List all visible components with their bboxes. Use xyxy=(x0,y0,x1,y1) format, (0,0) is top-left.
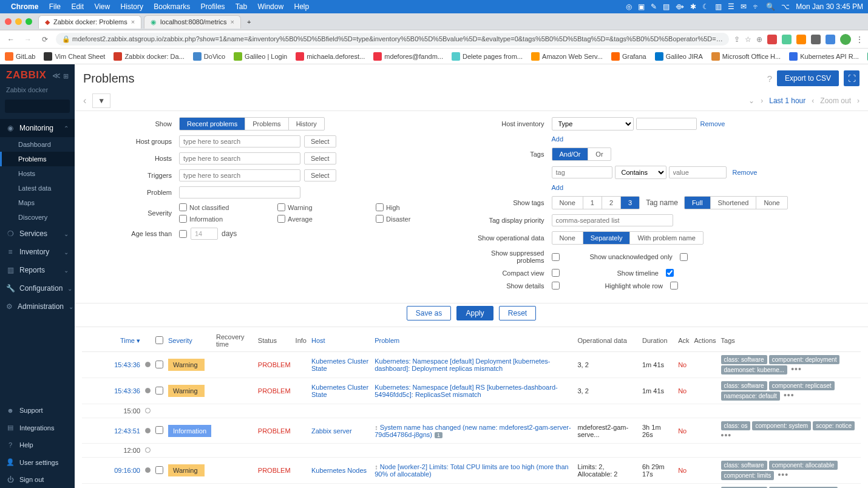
tray-icon[interactable]: ◎ xyxy=(626,2,632,11)
problem-link[interactable]: Kubernetes: Namespace [default] Deployme… xyxy=(375,358,550,372)
tray-icon[interactable]: ᯤ xyxy=(753,2,760,11)
ack-link[interactable]: No xyxy=(678,427,687,435)
export-csv-button[interactable]: Export to CSV xyxy=(777,70,839,86)
window-max[interactable] xyxy=(25,18,32,25)
bookmark[interactable]: Microsoft Office H... xyxy=(711,52,781,61)
more-icon[interactable]: ••• xyxy=(721,430,732,440)
age-input[interactable] xyxy=(191,228,218,240)
sidebar-section-reports[interactable]: ▥Reports⌄ xyxy=(0,261,75,279)
tray-icon[interactable]: ⌥ xyxy=(781,2,790,11)
sidebar-section-services[interactable]: ❍Services⌄ xyxy=(0,225,75,243)
sidebar-section-administration[interactable]: ⚙Administration⌄ xyxy=(0,297,75,316)
sidebar-signout[interactable]: ⏻Sign out xyxy=(0,471,75,488)
col-host[interactable]: Host xyxy=(309,330,372,352)
tag-add[interactable]: Add xyxy=(552,184,564,191)
tag-chip[interactable]: scope: notice xyxy=(813,421,855,430)
install-icon[interactable]: ⊕ xyxy=(756,35,762,44)
tag-chip[interactable]: component: replicaset xyxy=(769,381,835,390)
browser-tab[interactable]: ◉localhost:8080/metrics× xyxy=(144,15,241,29)
tag-operator[interactable]: Contains xyxy=(615,166,666,179)
profile-avatar[interactable] xyxy=(840,34,851,45)
more-icon[interactable]: ••• xyxy=(791,364,802,374)
tray-icon[interactable]: ▥ xyxy=(715,2,722,11)
row-checkbox[interactable] xyxy=(155,426,163,434)
mac-app-name[interactable]: Chrome xyxy=(11,2,38,11)
reload-button[interactable]: ⟳ xyxy=(39,35,51,44)
unack-checkbox[interactable] xyxy=(680,253,688,261)
tray-icon[interactable]: ✱ xyxy=(690,2,696,11)
tag-chip[interactable]: component: system xyxy=(752,421,811,430)
col-problem[interactable]: Problem xyxy=(372,330,575,352)
apply-button[interactable]: Apply xyxy=(456,306,493,320)
bookmark[interactable]: Vim Cheat Sheet xyxy=(44,52,105,61)
extension-icon[interactable] xyxy=(782,35,792,44)
extension-icon[interactable] xyxy=(811,35,821,44)
bookmark[interactable]: Galileo JIRA xyxy=(655,52,703,61)
message-badge[interactable]: 1 xyxy=(435,432,442,438)
triggers-input[interactable] xyxy=(179,169,300,181)
ack-link[interactable]: No xyxy=(678,467,687,474)
home-tab-icon[interactable]: ‹ xyxy=(83,95,86,106)
host-link[interactable]: Kubernetes Nodes xyxy=(311,467,367,474)
sidebar-search[interactable]: 🔍 xyxy=(5,100,70,113)
saveas-button[interactable]: Save as xyxy=(407,306,451,320)
tag-chip[interactable]: component: deployment xyxy=(769,355,840,364)
tag-chip[interactable]: class: software xyxy=(721,381,767,390)
details-checkbox[interactable] xyxy=(552,282,560,290)
opdata-toggle[interactable]: NoneSeparatelyWith problem name xyxy=(552,231,704,245)
tray-icon[interactable]: ✉ xyxy=(741,2,747,11)
sidebar-item-discovery[interactable]: Discovery xyxy=(0,210,75,225)
highlight-checkbox[interactable] xyxy=(670,282,678,290)
reset-button[interactable]: Reset xyxy=(499,306,536,320)
problem-input[interactable] xyxy=(179,186,300,198)
window-min[interactable] xyxy=(15,18,22,25)
age-checkbox[interactable] xyxy=(179,230,187,238)
tagname-toggle[interactable]: FullShortenedNone xyxy=(684,196,788,209)
tag-value[interactable] xyxy=(669,166,727,178)
time-link[interactable]: 15:43:36 xyxy=(84,361,140,368)
sidebar-section-monitoring[interactable]: ◉Monitoring⌃ xyxy=(0,119,75,137)
inventory-add[interactable]: Add xyxy=(552,135,564,143)
tag-chip[interactable]: component: limits xyxy=(721,471,775,480)
time-link[interactable]: 09:16:00 xyxy=(84,467,140,474)
collapse-icon[interactable]: ≪ xyxy=(52,71,59,80)
tag-chip[interactable]: namespace: default xyxy=(721,391,780,401)
host-link[interactable]: Kubernetes Cluster State xyxy=(311,384,368,398)
problem-link[interactable]: Kubernetes: Namespace [default] RS [kube… xyxy=(375,384,557,398)
sidebar-support[interactable]: ☻Support xyxy=(0,402,75,419)
expand-down-icon[interactable]: ⌄ xyxy=(748,97,754,105)
bookmark[interactable]: Kubernetes API R... xyxy=(789,52,859,61)
host-link[interactable]: Kubernetes Cluster State xyxy=(311,358,368,372)
more-icon[interactable]: ••• xyxy=(784,390,795,400)
zabbix-logo[interactable]: ZABBIX xyxy=(6,69,46,81)
bookmark[interactable]: Grafana xyxy=(611,52,646,61)
hostgroups-input[interactable] xyxy=(179,135,300,147)
time-link[interactable]: 12:43:51 xyxy=(84,427,140,435)
tray-icon[interactable]: ✎ xyxy=(651,2,657,11)
sidebar-section-configuration[interactable]: 🔧Configuration⌄ xyxy=(0,279,75,297)
time-next-icon[interactable]: › xyxy=(857,97,860,105)
tray-icon[interactable]: ☾ xyxy=(702,2,709,11)
tab-close-icon[interactable]: × xyxy=(231,18,234,25)
address-bar[interactable]: 🔒 mdeforest2.zabbix.atsgroup.io/zabbix.p… xyxy=(56,33,729,46)
hostgroups-select[interactable]: Select xyxy=(304,135,336,147)
bookmark[interactable]: GitLab xyxy=(5,52,35,61)
bookmark[interactable]: DoVico xyxy=(193,52,225,61)
tag-input[interactable] xyxy=(552,166,612,178)
sidebar-usersettings[interactable]: 👤User settings xyxy=(0,453,75,471)
problem-link[interactable]: Node [worker-2] Limits: Total CPU limits… xyxy=(375,463,568,478)
more-icon[interactable]: ••• xyxy=(778,470,788,480)
zoom-out[interactable]: Zoom out xyxy=(820,97,851,105)
filter-icon[interactable]: ▼ xyxy=(92,93,110,108)
bookmark[interactable]: Delete pages from... xyxy=(452,52,523,61)
tray-icon[interactable]: ▣ xyxy=(638,2,645,11)
col-severity[interactable]: Severity xyxy=(166,330,214,352)
col-time[interactable]: Time ▾ xyxy=(82,330,143,352)
compact-checkbox[interactable] xyxy=(552,269,560,277)
inventory-value[interactable] xyxy=(636,118,697,130)
browser-tab[interactable]: ◆Zabbix docker: Problems× xyxy=(38,15,141,29)
sidebar-help[interactable]: ?Help xyxy=(0,436,75,453)
timeline-checkbox[interactable] xyxy=(666,269,674,277)
extension-icon[interactable] xyxy=(796,35,806,44)
sidebar-item-hosts[interactable]: Hosts xyxy=(0,166,75,181)
